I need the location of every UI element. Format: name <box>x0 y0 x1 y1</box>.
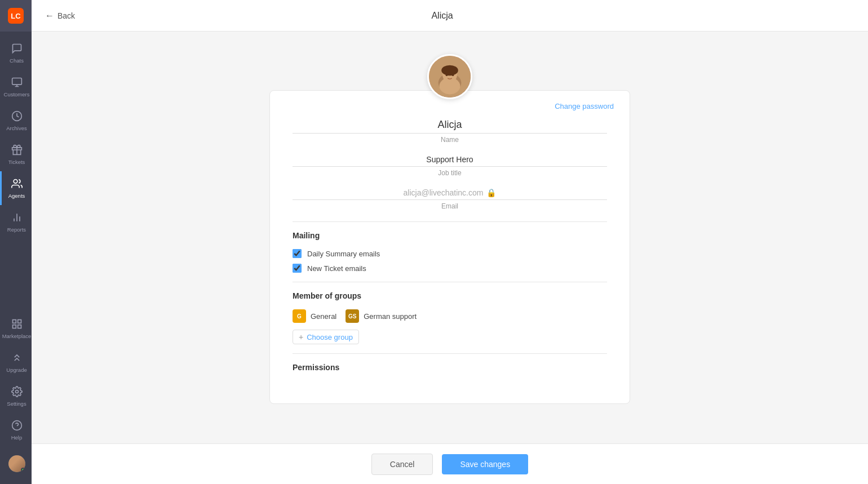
sidebar-item-help[interactable]: Help <box>0 414 32 446</box>
german-support-badge: GS <box>346 309 359 323</box>
reports-icon <box>11 212 23 225</box>
permissions-section: Permissions <box>293 363 607 372</box>
permissions-divider <box>293 353 607 354</box>
user-avatar-nav[interactable] <box>0 448 32 479</box>
svg-rect-7 <box>17 319 21 323</box>
general-badge: G <box>293 309 306 323</box>
choose-group-button[interactable]: + Choose group <box>293 330 359 344</box>
job-title-field-group: Job title <box>293 155 607 177</box>
groups-divider <box>293 282 607 282</box>
new-ticket-label: New Ticket emails <box>307 264 366 273</box>
sidebar-item-archives[interactable]: Archives <box>0 104 32 137</box>
email-field-group: alicja@livechatinc.com 🔒 Email <box>293 188 607 210</box>
topbar: ← Back Alicja <box>32 0 868 32</box>
svg-rect-8 <box>12 325 16 328</box>
online-indicator <box>21 468 25 472</box>
groups-row: G General GS German support <box>293 309 607 323</box>
sidebar: LC Chats Customers Archives Tickets <box>0 0 32 484</box>
job-title-input[interactable] <box>293 155 607 167</box>
daily-summary-checkbox[interactable] <box>293 249 302 258</box>
logo-box: LC <box>8 8 24 24</box>
group-german-support: GS German support <box>346 309 417 323</box>
svg-point-17 <box>441 65 458 76</box>
sidebar-item-customers[interactable]: Customers <box>0 70 32 104</box>
help-icon <box>11 420 23 433</box>
groups-section: Member of groups G General GS German sup… <box>293 291 607 344</box>
archives-icon <box>11 110 23 123</box>
sidebar-item-chats[interactable]: Chats <box>0 36 32 70</box>
svg-point-10 <box>15 390 18 393</box>
archives-label: Archives <box>6 125 26 131</box>
new-ticket-checkbox[interactable] <box>293 264 302 273</box>
cancel-button[interactable]: Cancel <box>371 454 433 475</box>
sidebar-item-tickets[interactable]: Tickets <box>0 137 32 171</box>
back-label: Back <box>57 11 75 20</box>
permissions-title: Permissions <box>293 363 607 372</box>
agents-icon <box>11 178 23 191</box>
svg-rect-9 <box>17 325 21 328</box>
upgrade-label: Upgrade <box>6 367 26 373</box>
marketplace-label: Marketplace <box>2 333 32 339</box>
new-ticket-row: New Ticket emails <box>293 264 607 273</box>
main-content: ← Back Alicja Chan <box>32 0 868 484</box>
logo: LC <box>0 0 32 32</box>
agents-label: Agents <box>8 193 25 199</box>
tickets-icon <box>11 144 23 157</box>
name-field-group: Name <box>293 119 607 144</box>
lock-icon: 🔒 <box>486 188 496 197</box>
sidebar-item-upgrade[interactable]: Upgrade <box>0 347 32 378</box>
job-title-label: Job title <box>438 169 461 177</box>
change-password-link[interactable]: Change password <box>555 102 614 110</box>
sidebar-item-settings[interactable]: Settings <box>0 380 32 412</box>
back-arrow-icon: ← <box>45 11 54 21</box>
svg-rect-0 <box>12 78 21 85</box>
page-title: Alicja <box>75 11 809 21</box>
profile-card: Change password Name Job title alicja@li… <box>269 90 630 404</box>
choose-group-label: Choose group <box>307 333 353 341</box>
general-label: General <box>311 312 336 321</box>
email-value: alicja@livechatinc.com <box>404 188 484 197</box>
content-area: Change password Name Job title alicja@li… <box>32 32 868 484</box>
svg-point-16 <box>440 78 460 95</box>
daily-summary-row: Daily Summary emails <box>293 249 607 258</box>
mailing-section: Mailing Daily Summary emails New Ticket … <box>293 231 607 273</box>
svg-point-19 <box>452 74 454 76</box>
sidebar-item-marketplace[interactable]: Marketplace <box>0 313 32 344</box>
mailing-title: Mailing <box>293 231 607 240</box>
chats-label: Chats <box>10 57 24 64</box>
chats-icon <box>11 43 23 56</box>
email-row: alicja@livechatinc.com 🔒 <box>293 188 607 200</box>
group-general: G General <box>293 309 336 323</box>
reports-label: Reports <box>7 227 26 233</box>
daily-summary-label: Daily Summary emails <box>307 250 380 258</box>
help-label: Help <box>11 434 23 441</box>
footer: Cancel Save changes <box>32 443 868 484</box>
settings-icon <box>11 386 23 399</box>
marketplace-icon <box>11 318 23 331</box>
profile-avatar[interactable] <box>427 54 472 99</box>
tickets-label: Tickets <box>8 159 25 165</box>
sidebar-item-reports[interactable]: Reports <box>0 205 32 239</box>
sidebar-nav: Chats Customers Archives Tickets Agents <box>0 32 32 313</box>
name-label: Name <box>441 136 459 144</box>
save-changes-button[interactable]: Save changes <box>442 454 528 474</box>
svg-point-18 <box>446 74 448 76</box>
avatar <box>8 455 25 472</box>
settings-label: Settings <box>7 401 26 407</box>
upgrade-icon <box>11 352 23 365</box>
sidebar-item-agents[interactable]: Agents <box>0 171 32 205</box>
plus-icon: + <box>299 332 303 341</box>
mailing-divider <box>293 221 607 222</box>
svg-point-2 <box>14 179 17 183</box>
svg-rect-6 <box>12 319 16 323</box>
sidebar-bottom: Marketplace Upgrade Settings Help <box>0 313 32 484</box>
german-support-label: German support <box>364 312 417 321</box>
email-label: Email <box>441 202 458 210</box>
customers-label: Customers <box>4 91 30 97</box>
groups-title: Member of groups <box>293 291 607 300</box>
name-input[interactable] <box>293 119 607 134</box>
back-button[interactable]: ← Back <box>45 11 75 21</box>
customers-icon <box>11 77 23 90</box>
